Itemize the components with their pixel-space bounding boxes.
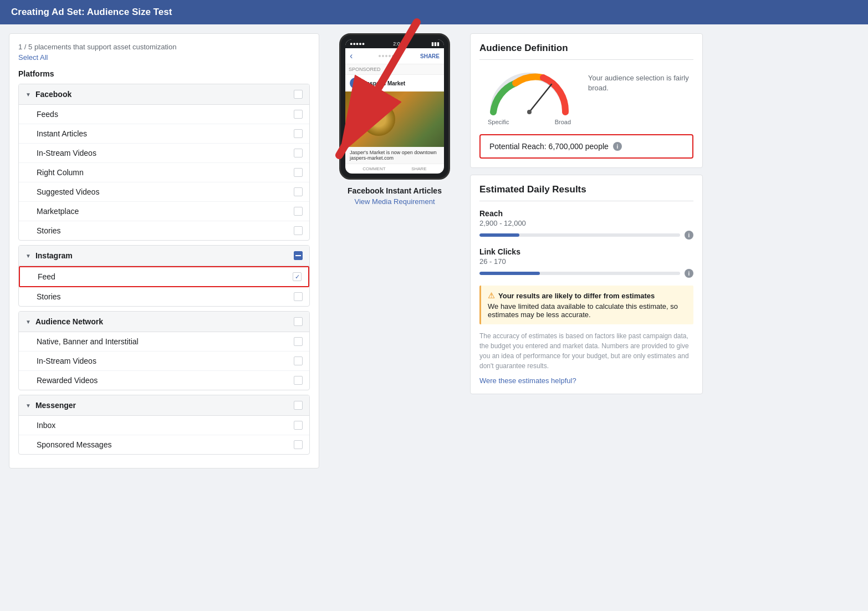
chevron-down-icon: ▼ — [25, 253, 31, 259]
list-item: Suggested Videos — [19, 182, 309, 202]
placement-checkbox[interactable] — [294, 357, 303, 365]
reach-bar-container: i — [479, 231, 693, 240]
gauge-labels: Specific Broad — [488, 119, 571, 125]
platform-facebook-header[interactable]: ▼ Facebook — [19, 84, 309, 105]
platform-audience-network-header[interactable]: ▼ Audience Network — [19, 312, 309, 332]
marketplace-label: Marketplace — [37, 207, 294, 216]
info-icon[interactable]: i — [613, 142, 622, 151]
nav-dot — [379, 55, 381, 57]
share-button-label: SHARE — [420, 53, 440, 59]
messenger-checkbox[interactable] — [294, 401, 303, 410]
placement-checkbox[interactable] — [294, 149, 303, 157]
reach-info-icon[interactable]: i — [685, 231, 693, 240]
placement-label: Suggested Videos — [37, 187, 294, 196]
placement-label: Feeds — [37, 110, 294, 119]
warning-title-text: Your results are likely to differ from e… — [498, 292, 655, 300]
phone-mockup: ●●●●● 2:04 ▮▮▮ ‹ SHARE SPONSORED — [339, 33, 450, 180]
placement-checkbox[interactable] — [294, 129, 303, 138]
view-media-link[interactable]: View Media Requirement — [355, 197, 435, 206]
post-header: J Jasper's Market — [345, 75, 444, 91]
link-clicks-bar-fill — [479, 272, 540, 275]
phone-screen: ●●●●● 2:04 ▮▮▮ ‹ SHARE SPONSORED — [345, 39, 444, 174]
audience-network-checkbox[interactable] — [294, 317, 303, 326]
post-name: Jasper's Market — [364, 80, 405, 86]
audience-description: Your audience selection is fairly broad. — [588, 68, 693, 93]
sponsored-label: SPONSORED — [345, 64, 444, 75]
placement-checkbox[interactable] — [294, 168, 303, 177]
link-clicks-bar-bg — [479, 272, 680, 275]
placement-checkbox[interactable] — [294, 207, 303, 216]
platform-messenger: ▼ Messenger Inbox Sponsored Messages — [18, 395, 310, 455]
warning-section: ⚠ Your results are likely to differ from… — [479, 286, 693, 324]
list-item: Marketplace — [19, 202, 309, 221]
placement-label: Native, Banner and Interstitial — [37, 337, 294, 346]
placement-checkbox[interactable] — [294, 110, 303, 119]
nav-dot — [385, 55, 387, 57]
list-item: Sponsored Messages — [19, 435, 309, 454]
phone-time: 2:04 — [393, 41, 403, 47]
list-item: Stories — [19, 221, 309, 240]
warning-body: We have limited data available to calcul… — [488, 302, 687, 319]
placement-label: Stories — [37, 226, 294, 235]
placement-checkbox[interactable] — [294, 421, 303, 430]
back-icon: ‹ — [350, 51, 353, 61]
facebook-label: Facebook — [35, 90, 294, 99]
platforms-label: Platforms — [18, 69, 310, 78]
helpful-link[interactable]: Were these estimates helpful? — [479, 376, 693, 385]
estimated-results-box: Estimated Daily Results Reach 2,900 - 12… — [470, 175, 703, 394]
link-clicks-metric: Link Clicks 26 - 170 i — [479, 247, 693, 278]
signal-icon: ●●●●● — [350, 41, 365, 47]
gauge-section: Specific Broad Your audience selection i… — [479, 68, 693, 125]
reach-label: Reach — [479, 209, 693, 218]
warning-icon: ⚠ — [488, 291, 495, 300]
platform-instagram-header[interactable]: ▼ Instagram — [19, 246, 309, 266]
list-item: In-Stream Videos — [19, 144, 309, 163]
platform-messenger-header[interactable]: ▼ Messenger — [19, 395, 309, 416]
nav-dots — [379, 55, 394, 57]
instagram-feed-label: Feed — [38, 272, 293, 281]
reach-bar-bg — [479, 233, 680, 237]
chevron-down-icon: ▼ — [25, 91, 31, 98]
audience-network-label: Audience Network — [35, 317, 294, 326]
preview-panel: ●●●●● 2:04 ▮▮▮ ‹ SHARE SPONSORED — [328, 33, 461, 206]
link-clicks-range: 26 - 170 — [479, 257, 693, 266]
estimated-results-title: Estimated Daily Results — [479, 184, 693, 201]
reach-metric: Reach 2,900 - 12,000 i — [479, 209, 693, 240]
reach-bar-fill — [479, 233, 519, 237]
placement-checkbox[interactable] — [294, 337, 303, 346]
broad-label: Broad — [555, 119, 571, 125]
placement-checkbox[interactable] — [294, 187, 303, 196]
placements-count: 1 / 5 placements that support asset cust… — [18, 43, 310, 51]
instagram-feed-item: Feed — [19, 266, 309, 287]
nav-dot — [382, 55, 384, 57]
svg-point-3 — [527, 110, 532, 114]
warning-title: ⚠ Your results are likely to differ from… — [488, 291, 687, 300]
select-all-link[interactable]: Select All — [18, 53, 310, 62]
placement-label: Stories — [37, 292, 294, 301]
list-item: Rewarded Videos — [19, 371, 309, 390]
link-clicks-info-icon[interactable]: i — [685, 269, 693, 278]
instagram-label: Instagram — [35, 251, 294, 260]
gauge-container: Specific Broad — [479, 68, 579, 125]
placement-label: In-Stream Videos — [37, 357, 294, 365]
platform-audience-network: ▼ Audience Network Native, Banner and In… — [18, 311, 310, 390]
platform-instagram: ▼ Instagram Feed Stories — [18, 245, 310, 307]
placement-checkbox[interactable] — [294, 292, 303, 301]
placement-label: Rewarded Videos — [37, 376, 294, 385]
post-footer: COMMENT SHARE — [345, 164, 444, 174]
platform-facebook: ▼ Facebook Feeds Instant Articles In-Str… — [18, 84, 310, 241]
instagram-feed-checkbox[interactable] — [293, 272, 302, 281]
list-item: Stories — [19, 287, 309, 306]
placement-checkbox[interactable] — [294, 226, 303, 235]
audience-definition-box: Audience Definition — [470, 33, 703, 168]
placement-checkbox[interactable] — [294, 376, 303, 385]
share-action: SHARE — [411, 166, 427, 171]
chevron-down-icon: ▼ — [25, 403, 31, 409]
page-title: Creating Ad Set: Audience Size Test — [11, 7, 172, 17]
instagram-checkbox[interactable] — [294, 251, 303, 260]
gauge-chart — [485, 68, 574, 118]
facebook-checkbox[interactable] — [294, 90, 303, 99]
right-panel: Audience Definition — [470, 33, 703, 394]
specific-label: Specific — [488, 119, 509, 125]
placement-checkbox[interactable] — [294, 440, 303, 449]
